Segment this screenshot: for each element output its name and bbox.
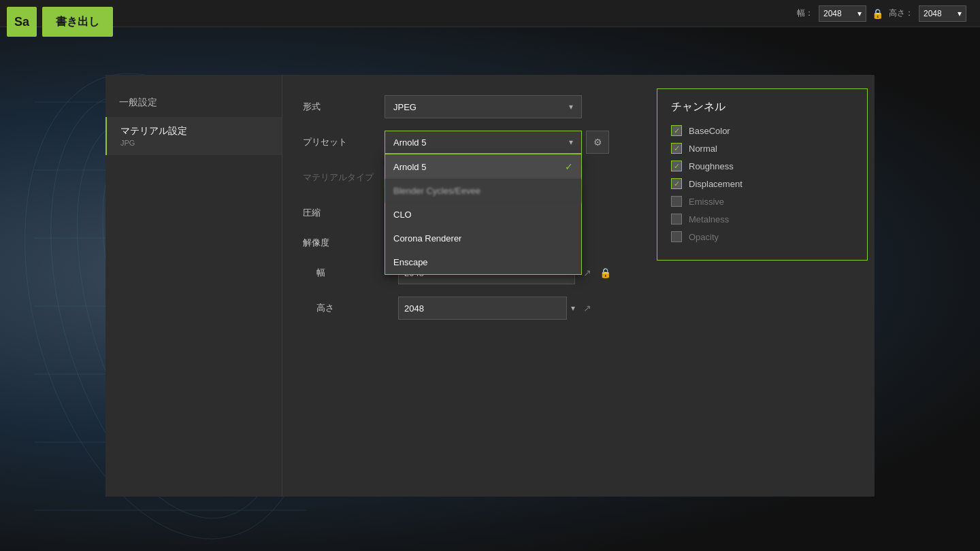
channel-metalness: Metalness xyxy=(671,214,853,224)
channel-opacity-label: Opacity xyxy=(689,232,719,242)
checkbox-roughness[interactable]: ✓ xyxy=(671,161,682,171)
dropdown-item-enscape-label: Enscape xyxy=(393,257,428,267)
format-dropdown[interactable]: JPEG ▾ xyxy=(385,95,582,118)
channel-displacement-label: Displacement xyxy=(689,179,742,189)
channel-emissive: Emissive xyxy=(671,196,853,207)
material-type-label: マテリアルタイプ xyxy=(303,171,385,184)
channel-opacity: Opacity xyxy=(671,231,853,242)
height-field[interactable]: 2048 xyxy=(398,297,567,320)
content-area: 形式 JPEG ▾ プリセット Arnold 5 ▾ ⚙ Arnold 5 ✓ xyxy=(282,75,875,497)
width-value: 2048 xyxy=(823,9,842,18)
check-roughness-icon: ✓ xyxy=(674,162,680,171)
height-dropdown[interactable]: 2048 ▾ xyxy=(919,5,966,22)
width-dropdown[interactable]: 2048 ▾ xyxy=(819,5,866,22)
height-row: 高さ 2048 ▾ ↗ xyxy=(316,297,854,320)
main-panel: 一般設定 マテリアル設定 JPG 形式 JPEG ▾ プリセット Arnold … xyxy=(105,75,875,497)
dropdown-item-corona-label: Corona Renderer xyxy=(393,233,461,244)
preset-value: Arnold 5 xyxy=(393,137,426,148)
dropdown-item-clo[interactable]: CLO xyxy=(385,203,581,227)
checkbox-metalness[interactable] xyxy=(671,214,682,224)
compression-label: 圧縮 xyxy=(303,207,385,219)
app-logo: Sa xyxy=(7,7,37,37)
channel-displacement: ✓ Displacement xyxy=(671,178,853,189)
nav-material-settings[interactable]: マテリアル設定 JPG xyxy=(105,117,282,155)
preset-chevron-icon: ▾ xyxy=(569,137,573,147)
height-field-label: 高さ xyxy=(316,302,398,314)
checkbox-opacity[interactable] xyxy=(671,231,682,242)
format-chevron-icon: ▾ xyxy=(569,102,573,112)
nav-general-settings[interactable]: 一般設定 xyxy=(105,88,282,117)
channels-title: チャンネル xyxy=(671,100,853,114)
format-label: 形式 xyxy=(303,101,385,113)
gear-icon: ⚙ xyxy=(593,137,602,148)
checkbox-emissive[interactable] xyxy=(671,196,682,207)
preset-dropdown-menu: Arnold 5 ✓ Blender Cycles/Eevee CLO Coro… xyxy=(385,154,582,275)
channels-panel: チャンネル ✓ BaseColor ✓ Normal ✓ Roug xyxy=(657,88,868,261)
dropdown-item-blender[interactable]: Blender Cycles/Eevee xyxy=(385,179,581,203)
channel-roughness: ✓ Roughness xyxy=(671,161,853,171)
dropdown-item-arnold5[interactable]: Arnold 5 ✓ xyxy=(385,154,581,179)
gear-button[interactable]: ⚙ xyxy=(586,131,609,154)
dropdown-item-clo-label: CLO xyxy=(393,210,412,220)
height-chevron-icon: ▾ xyxy=(958,9,962,18)
channel-emissive-label: Emissive xyxy=(689,197,724,207)
preset-dropdown[interactable]: Arnold 5 ▾ xyxy=(385,131,582,154)
resolution-label: 解像度 xyxy=(303,237,385,249)
link-icon: 🔒 xyxy=(595,263,615,282)
dropdown-item-corona[interactable]: Corona Renderer xyxy=(385,227,581,250)
logo-area: Sa 書き出し xyxy=(7,7,113,37)
expand-height-icon[interactable]: ↗ xyxy=(579,299,595,318)
left-nav: 一般設定 マテリアル設定 JPG xyxy=(105,75,282,497)
checkbox-displacement[interactable]: ✓ xyxy=(671,178,682,189)
preset-row: プリセット Arnold 5 ▾ ⚙ Arnold 5 ✓ Blender Cy… xyxy=(303,131,854,154)
preset-label: プリセット xyxy=(303,136,385,148)
check-displacement-icon: ✓ xyxy=(674,180,680,188)
lock-icon: 🔒 xyxy=(872,8,883,19)
width-label: 幅： xyxy=(797,7,813,19)
format-value: JPEG xyxy=(393,102,416,112)
dropdown-item-arnold5-label: Arnold 5 xyxy=(393,162,426,172)
dropdown-item-enscape[interactable]: Enscape xyxy=(385,250,581,274)
dropdown-item-blender-label: Blender Cycles/Eevee xyxy=(393,186,480,196)
nav-material-sub: JPG xyxy=(120,139,268,147)
height-input-row: 2048 ▾ ↗ xyxy=(398,297,595,320)
height-field-value: 2048 xyxy=(404,303,424,314)
channel-roughness-label: Roughness xyxy=(689,161,734,171)
check-icon: ✓ xyxy=(565,161,573,172)
height-label: 高さ： xyxy=(889,7,913,19)
height-value: 2048 xyxy=(924,9,942,18)
width-chevron-icon: ▾ xyxy=(858,9,862,18)
height-chevron-icon: ▾ xyxy=(571,303,575,313)
export-button[interactable]: 書き出し xyxy=(42,7,113,37)
top-bar: 幅： 2048 ▾ 🔒 高さ： 2048 ▾ xyxy=(0,0,980,27)
top-bar-right: 幅： 2048 ▾ 🔒 高さ： 2048 ▾ xyxy=(797,5,966,22)
channel-metalness-label: Metalness xyxy=(689,214,729,224)
